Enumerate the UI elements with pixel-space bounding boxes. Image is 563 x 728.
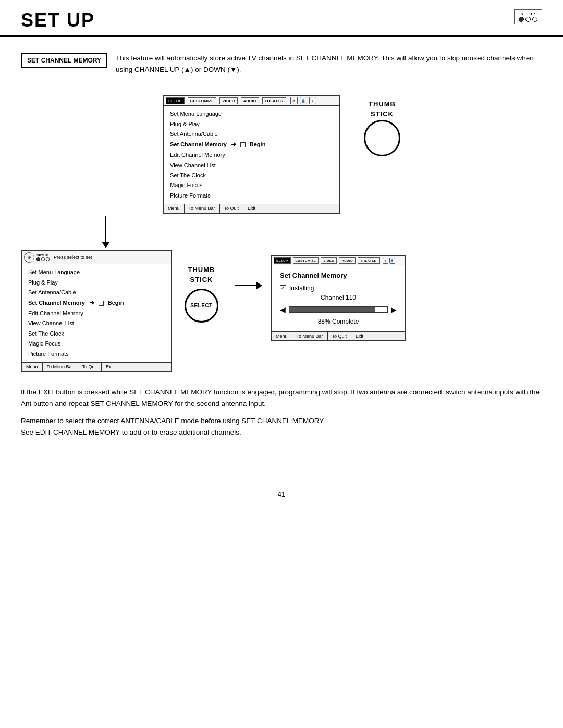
thumb-label-2: STICK [371,110,394,118]
thumb-stick-circle [364,120,400,156]
arrow-icon: ➜ [231,140,236,149]
bottom-tv-content: Set Menu Language Plug & Play Set Antenn… [22,264,171,362]
progress-bar-container: ◀ ▶ [280,305,397,314]
installing-content: Set Channel Memory ✓ Installing Channel … [272,265,405,331]
body-text-1: If the EXIT button is pressed while SET … [21,387,542,410]
top-tv-screen: SETUP CUSTOMIZE VIDEO AUDIO THEATER ⚙ 👤 … [163,95,340,214]
menu-item-antenna: Set Antenna/Cable [170,129,333,139]
thumb-label-1: THUMB [369,100,396,108]
bl-formats: Picture Formats [28,349,165,359]
inst-nav-quit: To Quit [328,332,352,340]
arrow-head-down [102,242,110,248]
tv-icon-2: 👤 [300,97,307,104]
bottom-thumb-label1: THUMB [188,266,215,274]
inst-icons: ⚙ 👤 [383,258,395,264]
tab-customize: CUSTOMIZE [188,97,217,104]
bl-begin: Begin [108,299,124,307]
nav-menubar: To Menu Bar [185,204,220,213]
top-tv-menu-bar: SETUP CUSTOMIZE VIDEO AUDIO THEATER ⚙ 👤 … [164,96,339,106]
progress-fill [289,307,375,312]
bl-nav-menu: Menu [22,363,43,371]
bl-arrow: ➜ [89,299,94,307]
checkbox-icon [240,142,246,147]
nav-menu: Menu [164,204,185,213]
page-header: SET UP SETUP [0,0,563,37]
bl-nav-menubar: To Menu Bar [43,363,78,371]
tab-theater: THEATER [262,97,286,104]
tv-icon-1: ⚙ [290,97,298,104]
tab-setup: SETUP [166,97,185,104]
bl-focus: Magic Focus [28,339,165,349]
progress-right-arrow: ▶ [391,305,397,314]
tab-video: VIDEO [219,97,237,104]
menu-item-channel-memory: Set Channel Memory ➜ Begin [170,139,333,150]
bs-c2 [41,257,45,261]
nav-quit: To Quit [220,204,244,213]
bl-menu-antenna: Set Antenna/Cable [28,288,165,298]
setup-icon-circles [519,17,537,22]
select-button[interactable]: SELECT [185,289,218,323]
bs-c1 [36,257,40,261]
check-box-icon: ✓ [280,285,286,291]
bottom-tv-nav: Menu To Menu Bar To Quit Exit [22,362,171,371]
vertical-line [105,216,106,242]
feature-intro: SET CHANNEL MEMORY This feature will aut… [21,53,542,75]
bl-clock: Set The Clock [28,329,165,339]
tv-icon-3: ♪ [309,97,316,104]
inst-tab-customize: CUSTOMIZE [293,257,319,264]
small-circle-icon: ⊙ [24,252,34,263]
bottom-thumb-area: THUMB STICK SELECT [185,250,218,323]
percent-complete: 88% Complete [280,318,397,325]
bottom-left-tv: ⊙ SETUP Press select to set Set Menu Lan… [21,250,172,372]
menu-item-language: Set Menu Language [170,109,333,119]
feature-description: This feature will automatically store ac… [116,53,542,75]
page-number: 41 [0,490,563,498]
bottom-tv-icon-group: SETUP [36,254,50,261]
bl-menu-channel: Set Channel Memory ➜ Begin [28,298,165,309]
progress-bar [289,306,388,313]
bl-checkbox [99,301,104,306]
inst-icon-1: ⚙ [383,258,388,264]
installing-panel: SETUP CUSTOMIZE VIDEO AUDIO THEATER ⚙ 👤 … [271,255,406,341]
bottom-tv-menu-bar: ⊙ SETUP Press select to set [22,251,171,264]
down-arrow-line [102,216,110,248]
body-text-2: Remember to select the correct ANTENNA/C… [21,415,542,439]
top-tv-content: Set Menu Language Plug & Play Set Antenn… [164,106,339,204]
main-content: SET CHANNEL MEMORY This feature will aut… [0,37,563,459]
installing-nav: Menu To Menu Bar To Quit Exit [272,331,405,340]
press-select-label: Press select to set [54,255,92,260]
diagrams-section: SETUP CUSTOMIZE VIDEO AUDIO THEATER ⚙ 👤 … [21,90,542,372]
menu-item-view: View Channel List [170,161,333,170]
bl-menu-plug: Plug & Play [28,278,165,288]
inst-nav-exit: Exit [351,332,368,340]
setup-icon-box: SETUP [514,9,542,24]
tab-audio: AUDIO [241,97,259,104]
right-arrow [235,250,262,290]
top-tv-nav-bar: Menu To Menu Bar To Quit Exit [164,204,339,213]
feature-label: SET CHANNEL MEMORY [21,53,107,68]
inst-tab-audio: AUDIO [339,257,356,264]
channel-number: Channel 110 [280,294,397,301]
inst-icon-2: 👤 [389,258,395,264]
bl-menu-language: Set Menu Language [28,267,165,277]
bottom-setup-circles [36,257,50,261]
down-connector [21,216,542,248]
installing-title: Set Channel Memory [280,272,397,279]
setup-circle-3 [532,17,537,22]
installing-label: Installing [289,285,314,292]
bl-nav-exit: Exit [102,363,118,371]
page-title: SET UP [21,9,95,31]
inst-nav-menubar: To Menu Bar [292,332,328,340]
bottom-setup-label: SETUP [36,254,50,257]
horiz-line [235,285,256,286]
installing-menu-bar: SETUP CUSTOMIZE VIDEO AUDIO THEATER ⚙ 👤 [272,256,405,265]
installing-status: ✓ Installing [280,285,397,292]
bottom-thumb-label2: STICK [190,276,213,283]
bl-view: View Channel List [28,318,165,328]
inst-tab-theater: THEATER [358,257,379,264]
begin-label: Begin [250,141,266,149]
bl-nav-quit: To Quit [78,363,102,371]
menu-item-plug: Plug & Play [170,119,333,129]
menu-item-focus: Magic Focus [170,180,333,190]
bottom-section: ⊙ SETUP Press select to set Set Menu Lan… [21,250,542,372]
